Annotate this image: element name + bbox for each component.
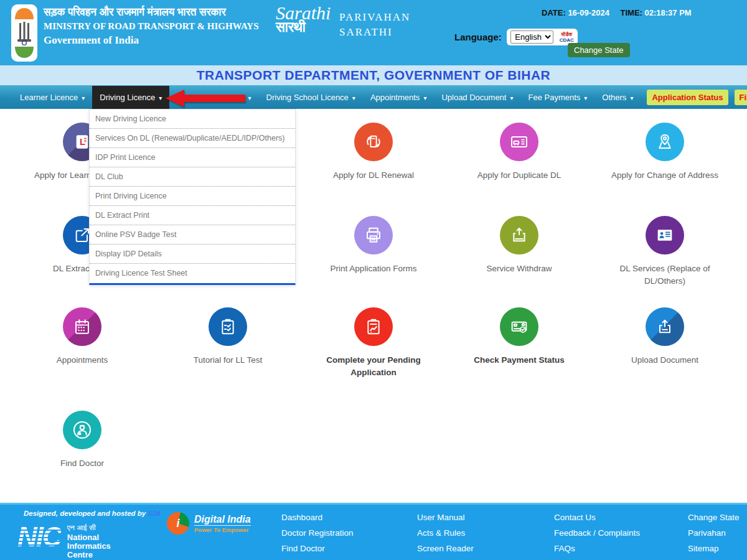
nav-item-label: Driving School Licence — [266, 93, 349, 102]
id-card-icon[interactable] — [646, 216, 684, 254]
card-check-icon[interactable] — [500, 307, 538, 346]
footer-link-parivahan[interactable]: Parivahan — [688, 525, 740, 541]
tile-label: Check Payment Status — [474, 354, 565, 366]
menu-item-display-idp-details[interactable]: Display IDP Details — [90, 245, 295, 264]
footer-link-user-manual[interactable]: User Manual — [417, 510, 474, 525]
title-bar: TRANSPORT DEPARTMENT, GOVERNMENT OF BIHA… — [0, 65, 747, 85]
footer-link-feedback-complaints[interactable]: Feedback / Complaints — [554, 525, 640, 541]
brand-words: PARIVAHAN SARATHI — [339, 10, 410, 40]
nav-item-label: Application Status — [652, 93, 723, 102]
nav-item-driving-licence[interactable]: Driving Licence▾ — [92, 86, 169, 109]
footer-link-screen-reader[interactable]: Screen Reader — [417, 541, 474, 556]
footer-link-change-state[interactable]: Change State — [688, 510, 740, 525]
tile-label: DL Services (Replace of DL/Others) — [603, 263, 727, 288]
credits-text: Designed, developed and hosted by — [24, 510, 146, 517]
tiles-row-4: Find Doctor — [9, 411, 738, 470]
tile-tutorial-for-ll-test[interactable]: Tutorial for LL Test — [155, 307, 301, 380]
nav-item-driving-school-licence[interactable]: Driving School Licence▾ — [259, 86, 363, 109]
menu-item-idp-print-licence[interactable]: IDP Print Licence — [90, 148, 295, 167]
footer-column-4: Change StateParivahanSitemap — [688, 510, 740, 556]
menu-item-services-on-dl-renewal-duplicate-aedl-idp-others[interactable]: Services On DL (Renewal/Duplicate/AEDL/I… — [90, 129, 295, 148]
tile-label: Appointments — [57, 354, 108, 366]
nav-item-label: Appointments — [370, 93, 420, 102]
language-pill: English सीडैक CDAC — [507, 29, 578, 45]
credits-link[interactable]: S28 — [148, 510, 160, 517]
map-pin-icon[interactable] — [646, 123, 684, 161]
cdac-logo: सीडैक CDAC — [560, 32, 574, 43]
footer-link-doctor-registration[interactable]: Doctor Registration — [281, 525, 364, 541]
nav-item-fee-payments[interactable]: Fee Payments▾ — [521, 86, 595, 109]
nav-item-upload-document[interactable]: Upload Document▾ — [434, 86, 520, 109]
tile-label: Find Doctor — [60, 457, 104, 470]
nic-text: एन आई सी National Informatics Centre — [67, 523, 111, 559]
doctor-icon[interactable] — [63, 411, 101, 449]
sarathi-parivahan-page: सड़क परिवहन और राजमार्ग मंत्रालय भारत सर… — [0, 0, 747, 560]
upload-icon[interactable] — [646, 307, 684, 346]
brand-parivahan: PARIVAHAN — [339, 10, 410, 25]
chevron-down-icon: ▾ — [82, 95, 85, 101]
brand-sarathi: SARATHI — [339, 25, 410, 40]
menu-item-new-driving-licence[interactable]: New Driving Licence — [90, 110, 295, 129]
footer-credits: Designed, developed and hosted by S28 — [24, 510, 161, 517]
chevron-down-icon: ▾ — [248, 95, 251, 101]
change-state-button[interactable]: Change State — [568, 43, 630, 57]
nav-item-learner-licence[interactable]: Learner Licence▾ — [12, 86, 92, 109]
tile-dl-services-replace-of-dl-others[interactable]: DL Services (Replace of DL/Others) — [592, 216, 738, 288]
arrow-tail — [183, 95, 245, 102]
tile-print-application-forms[interactable]: Print Application Forms — [301, 216, 446, 288]
language-select[interactable]: English — [510, 30, 553, 44]
tile-apply-for-dl-renewal[interactable]: Apply for DL Renewal — [301, 123, 446, 182]
footer-link-faqs[interactable]: FAQs — [554, 541, 640, 556]
chevron-down-icon: ▾ — [584, 95, 587, 101]
tile-service-withdraw[interactable]: Service Withdraw — [446, 216, 592, 288]
ministry-block: सड़क परिवहन और राजमार्ग मंत्रालय भारत सर… — [44, 6, 259, 47]
chevron-down-icon: ▾ — [510, 95, 513, 101]
clipboard-chart-icon[interactable] — [354, 307, 393, 346]
tile-apply-for-change-of-address[interactable]: Apply for Change of Address — [592, 123, 738, 182]
clipboard-check-icon[interactable] — [209, 307, 247, 346]
footer-column-2: User ManualActs & RulesScreen Reader — [417, 510, 474, 556]
datetime-bar: DATE: 16-09-2024 TIME: 02:18:37 PM — [542, 8, 700, 17]
nav-item-appointments[interactable]: Appointments▾ — [363, 86, 435, 109]
dl-card-icon[interactable] — [500, 123, 538, 161]
tile-upload-document[interactable]: Upload Document — [592, 307, 738, 380]
footer-link-dashboard[interactable]: Dashboard — [281, 510, 364, 525]
tile-appointments[interactable]: Appointments — [9, 307, 155, 380]
footer-link-find-doctor[interactable]: Find Doctor — [281, 541, 364, 556]
nav-item-others[interactable]: Others▾ — [594, 86, 641, 109]
tile-label: Complete your Pending Application — [317, 354, 430, 380]
renewal-icon[interactable] — [354, 123, 393, 161]
language-label: Language: — [454, 32, 502, 42]
nav-item-file-your-grievance[interactable]: File Your Grievance — [735, 90, 747, 105]
footer-link-acts-rules[interactable]: Acts & Rules — [417, 525, 474, 541]
government-of-india: Government of India — [44, 34, 259, 47]
tile-label: Apply for Change of Address — [611, 169, 718, 182]
language-row: Language: English सीडैक CDAC — [454, 29, 578, 45]
calendar-icon[interactable] — [63, 307, 101, 346]
chevron-down-icon: ▾ — [630, 95, 633, 101]
arrow-head — [166, 90, 184, 107]
tiles-row-3: AppointmentsTutorial for LL TestComplete… — [9, 307, 738, 380]
tile-label: Tutorial for LL Test — [194, 354, 263, 366]
tray-up-icon[interactable] — [500, 216, 538, 254]
menu-item-dl-club[interactable]: DL Club — [90, 167, 295, 187]
menu-item-print-driving-licence[interactable]: Print Driving Licence — [90, 187, 295, 206]
tile-find-doctor[interactable]: Find Doctor — [9, 411, 155, 470]
menu-item-online-psv-badge-test[interactable]: Online PSV Badge Test — [90, 225, 295, 245]
nav-item-application-status[interactable]: Application Status — [647, 90, 728, 105]
footer-link-activate-user-account[interactable]: Activate User Account — [281, 556, 364, 560]
footer-link-sitemap[interactable]: Sitemap — [688, 541, 740, 556]
tile-check-payment-status[interactable]: Check Payment Status — [446, 307, 592, 380]
footer: Designed, developed and hosted by S28 NI… — [0, 503, 747, 560]
ministry-english: MINISTRY OF ROAD TRANSPORT & HIGHWAYS — [44, 21, 259, 32]
tile-apply-for-duplicate-dl[interactable]: Apply for Duplicate DL — [446, 123, 592, 182]
menu-item-driving-licence-test-sheet[interactable]: Driving Licence Test Sheet — [90, 264, 295, 283]
date-value: 16-09-2024 — [568, 8, 609, 17]
menu-item-dl-extract-print[interactable]: DL Extract Print — [90, 206, 295, 225]
tile-complete-your-pending-application[interactable]: Complete your Pending Application — [301, 307, 446, 380]
footer-column-3: Contact UsFeedback / ComplaintsFAQs — [554, 510, 640, 556]
footer-link-contact-us[interactable]: Contact Us — [554, 510, 640, 525]
digital-india-tagline: Power To Empower — [194, 526, 251, 533]
printer-icon[interactable] — [354, 216, 393, 254]
sarathi-logo: Sarathi सारथी — [276, 5, 331, 35]
